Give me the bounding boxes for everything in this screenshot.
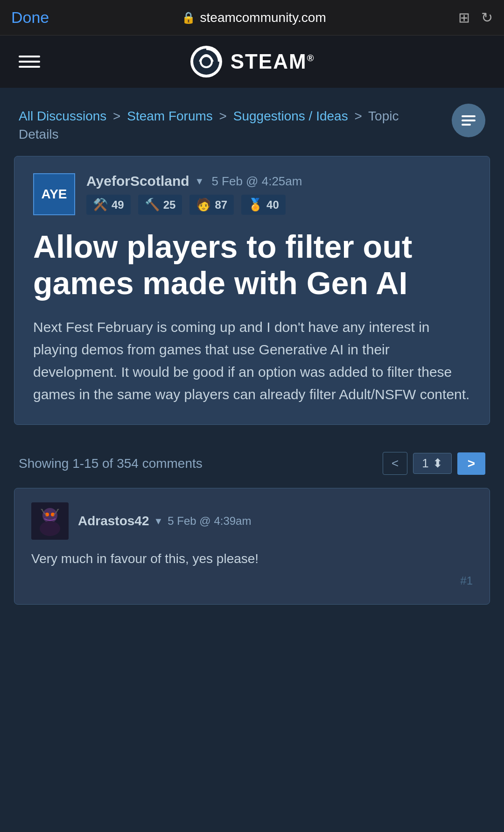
comments-bar: Showing 1-15 of 354 comments < 1 ⬍ > (14, 439, 490, 488)
breadcrumb-steam-forums[interactable]: Steam Forums (127, 109, 213, 123)
current-page: 1 (422, 456, 428, 471)
svg-rect-5 (462, 120, 476, 121)
breadcrumb: All Discussions > Steam Forums > Suggest… (19, 106, 444, 142)
lock-icon: 🔒 (182, 11, 196, 24)
steam-logo[interactable]: STEAM® (189, 45, 315, 78)
next-page-button[interactable]: > (457, 452, 485, 475)
comment-avatar-image (31, 502, 69, 540)
svg-rect-6 (462, 124, 471, 126)
breadcrumb-all-discussions[interactable]: All Discussions (19, 109, 106, 123)
badge-icon-2: 🔨 (145, 197, 160, 212)
breadcrumb-section: All Discussions > Steam Forums > Suggest… (0, 88, 504, 151)
comment-number: #1 (31, 574, 473, 587)
comment-card: Adrastos42 ▼ 5 Feb @ 4:39am Very much in… (14, 488, 490, 605)
breadcrumb-topic: Topic (368, 109, 399, 123)
page-selector[interactable]: 1 ⬍ (413, 453, 451, 474)
post-header: AYE AyeforScotland ▼ 5 Feb @ 4:25am ⚒️ 4… (33, 173, 471, 215)
browser-icons: ⊞ ↻ (458, 9, 493, 26)
comment-author-dropdown-icon[interactable]: ▼ (154, 516, 163, 527)
post-avatar: AYE (33, 173, 75, 215)
badge-value-2: 25 (163, 198, 176, 212)
breadcrumb-suggestions[interactable]: Suggestions / Ideas (233, 109, 348, 123)
page-stepper-icon[interactable]: ⬍ (433, 456, 443, 471)
post-author-name[interactable]: AyeforScotland (86, 173, 189, 189)
post-badges: ⚒️ 49 🔨 25 🧑 87 🏅 40 (86, 195, 471, 215)
svg-point-3 (202, 57, 211, 66)
post-card: AYE AyeforScotland ▼ 5 Feb @ 4:25am ⚒️ 4… (14, 156, 490, 425)
comment-body: Very much in favour of this, yes please! (31, 549, 473, 569)
done-button[interactable]: Done (11, 8, 49, 27)
badge-value-3: 87 (215, 198, 227, 212)
badge-item: 🏅 40 (241, 195, 286, 215)
hamburger-menu[interactable] (19, 56, 40, 68)
url-bar[interactable]: 🔒 steamcommunity.com (182, 10, 326, 25)
url-text: steamcommunity.com (200, 10, 326, 25)
svg-point-9 (40, 521, 60, 536)
page-nav: < 1 ⬍ > (383, 452, 485, 475)
comment-meta: Adrastos42 ▼ 5 Feb @ 4:39am (78, 514, 473, 529)
badge-value-4: 40 (266, 198, 279, 212)
comment-author-name[interactable]: Adrastos42 (78, 514, 149, 529)
badge-item: 🧑 87 (189, 195, 234, 215)
browser-bar: Done 🔒 steamcommunity.com ⊞ ↻ (0, 0, 504, 35)
tabs-icon[interactable]: ⊞ (458, 9, 470, 26)
comment-header: Adrastos42 ▼ 5 Feb @ 4:39am (31, 502, 473, 540)
badge-item: ⚒️ 49 (86, 195, 131, 215)
scroll-icon[interactable] (452, 104, 485, 137)
author-dropdown-icon[interactable]: ▼ (195, 176, 204, 187)
post-body: Next Fest February is coming up and I do… (33, 316, 471, 406)
badge-icon-4: 🏅 (248, 197, 263, 212)
badge-item: 🔨 25 (138, 195, 182, 215)
breadcrumb-details: Details (19, 127, 59, 141)
post-date: 5 Feb @ 4:25am (211, 174, 302, 189)
steam-header: STEAM® (0, 35, 504, 88)
badge-icon-1: ⚒️ (93, 197, 108, 212)
steam-title: STEAM® (231, 50, 315, 73)
prev-page-button[interactable]: < (383, 452, 407, 475)
comments-count: Showing 1-15 of 354 comments (19, 456, 373, 471)
svg-rect-4 (462, 115, 476, 117)
comment-avatar (31, 502, 69, 540)
post-meta: AyeforScotland ▼ 5 Feb @ 4:25am ⚒️ 49 🔨 … (86, 173, 471, 215)
list-icon (460, 112, 477, 129)
steam-ball-icon (189, 45, 223, 78)
badge-icon-3: 🧑 (196, 197, 211, 212)
refresh-icon[interactable]: ↻ (481, 9, 493, 26)
badge-value-1: 49 (112, 198, 124, 212)
post-title: Allow players to filter out games made w… (33, 228, 471, 301)
comment-date: 5 Feb @ 4:39am (168, 515, 251, 528)
